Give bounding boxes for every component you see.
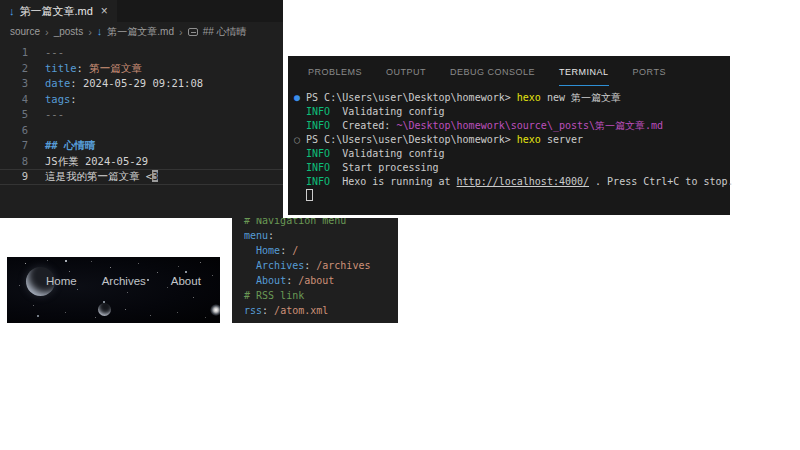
line-number: 7 [0, 138, 32, 154]
tab-terminal[interactable]: TERMINAL [559, 67, 609, 86]
terminal-line: INFO Start processing [294, 161, 730, 175]
line-number: 2 [0, 61, 32, 77]
terminal-link[interactable]: http://localhost:4000/ [457, 176, 589, 187]
editor-code-line: 2title: 第一篇文章 [0, 61, 283, 77]
stars [7, 257, 9, 259]
breadcrumb-separator: › [179, 26, 183, 38]
config-line: # Navigation menu [244, 218, 398, 228]
panel-tab-bar: PROBLEMS OUTPUT DEBUG CONSOLE TERMINAL P… [288, 56, 730, 86]
nav-about[interactable]: About [171, 275, 201, 287]
terminal-line: ● PS C:\Users\user\Desktop\homework> hex… [294, 91, 730, 105]
terminal-line [294, 189, 730, 203]
line-number: 5 [0, 107, 32, 123]
line-number: 9 [0, 169, 32, 185]
editor-code-line: 1--- [0, 45, 283, 61]
config-code: # Navigation menumenu: Home: / Archives:… [232, 218, 398, 318]
tab-close-icon[interactable]: × [101, 5, 108, 17]
editor-code-line: 3date: 2024-05-29 09:21:08 [0, 76, 283, 92]
breadcrumb-item-source[interactable]: source [10, 26, 40, 37]
editor-code-area[interactable]: 1---2title: 第一篇文章3date: 2024-05-29 09:21… [0, 41, 283, 185]
config-line: Home: / [244, 243, 398, 258]
line-number: 8 [0, 154, 32, 170]
tab-filename: 第一篇文章.md [20, 4, 93, 19]
terminal-line: INFO Created: ~\Desktop\homework\source\… [294, 119, 730, 133]
line-number: 1 [0, 45, 32, 61]
config-line: About: /about [244, 273, 398, 288]
cursor: 3 [152, 170, 158, 182]
terminal-line: INFO Validating config [294, 105, 730, 119]
editor-panel: ↓ 第一篇文章.md × source › _posts › ↓ 第一篇文章.m… [0, 0, 283, 218]
breadcrumb-item-file[interactable]: 第一篇文章.md [107, 25, 174, 39]
editor-code-line: 5--- [0, 107, 283, 123]
line-number: 6 [0, 123, 32, 139]
terminal-line: ○ PS C:\Users\user\Desktop\homework> hex… [294, 133, 730, 147]
line-number: 4 [0, 92, 32, 108]
tab-debug-console[interactable]: DEBUG CONSOLE [450, 67, 535, 86]
config-line: # RSS link [244, 288, 398, 303]
terminal-panel: PROBLEMS OUTPUT DEBUG CONSOLE TERMINAL P… [288, 56, 730, 215]
breadcrumb-item-symbol[interactable]: ## 心情晴 [203, 25, 247, 39]
config-line: menu: [244, 228, 398, 243]
breadcrumb: source › _posts › ↓ 第一篇文章.md › ## 心情晴 [0, 22, 283, 41]
config-line: Archives: /archives [244, 258, 398, 273]
markdown-symbol-icon [188, 28, 198, 36]
terminal-line: INFO Validating config [294, 147, 730, 161]
cursor [306, 189, 313, 201]
editor-tab[interactable]: ↓ 第一篇文章.md × [0, 0, 117, 22]
terminal-line: INFO Hexo is running at http://localhost… [294, 175, 730, 189]
terminal-output[interactable]: ● PS C:\Users\user\Desktop\homework> hex… [288, 86, 730, 203]
editor-code-line: 4tags: [0, 92, 283, 108]
breadcrumb-item-posts[interactable]: _posts [54, 26, 83, 37]
tab-problems[interactable]: PROBLEMS [308, 67, 362, 86]
bright-star [210, 304, 220, 316]
config-line: rss: /atom.xml [244, 303, 398, 318]
config-snippet-panel: # Navigation menumenu: Home: / Archives:… [232, 218, 398, 323]
tab-ports[interactable]: PORTS [633, 67, 666, 86]
editor-code-line: 8JS作業 2024-05-29 [0, 154, 283, 170]
editor-code-line: 7## 心情晴 [0, 138, 283, 154]
editor-code-line: 9這是我的第一篇文章 <3 [0, 169, 283, 185]
breadcrumb-separator: › [88, 26, 92, 38]
site-preview: Home Archives About [7, 257, 220, 323]
markdown-file-icon: ↓ [9, 6, 15, 17]
small-moon [98, 303, 111, 316]
site-nav: Home Archives About [46, 275, 201, 287]
editor-code-line: 6 [0, 123, 283, 139]
markdown-file-icon: ↓ [97, 26, 103, 37]
tab-output[interactable]: OUTPUT [386, 67, 426, 86]
nav-home[interactable]: Home [46, 275, 77, 287]
nav-archives[interactable]: Archives [102, 275, 146, 287]
line-number: 3 [0, 76, 32, 92]
editor-tab-bar: ↓ 第一篇文章.md × [0, 0, 283, 22]
breadcrumb-separator: › [45, 26, 49, 38]
